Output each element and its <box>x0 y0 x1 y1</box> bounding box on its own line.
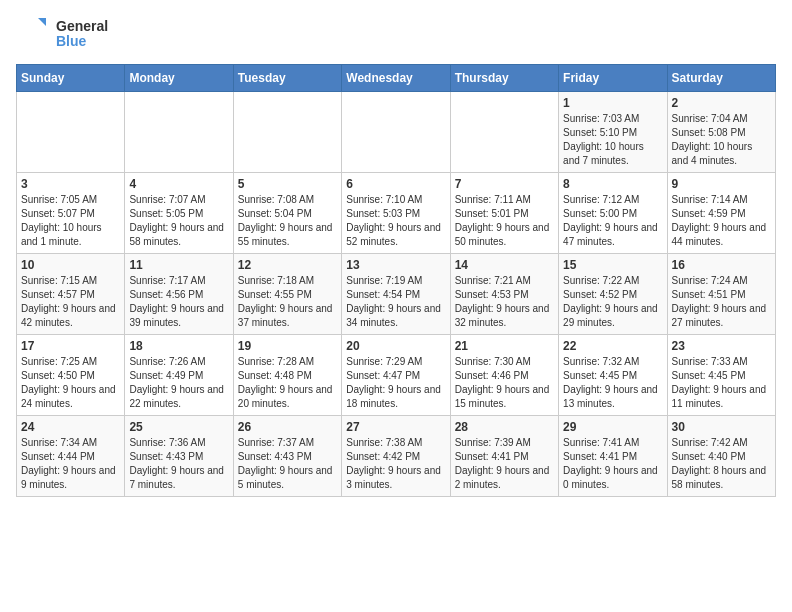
header: General Blue <box>16 16 776 52</box>
day-info: Sunrise: 7:14 AM Sunset: 4:59 PM Dayligh… <box>672 193 771 249</box>
calendar-cell <box>125 92 233 173</box>
day-info: Sunrise: 7:42 AM Sunset: 4:40 PM Dayligh… <box>672 436 771 492</box>
calendar-cell: 10Sunrise: 7:15 AM Sunset: 4:57 PM Dayli… <box>17 254 125 335</box>
day-info: Sunrise: 7:12 AM Sunset: 5:00 PM Dayligh… <box>563 193 662 249</box>
calendar-cell: 14Sunrise: 7:21 AM Sunset: 4:53 PM Dayli… <box>450 254 558 335</box>
day-number: 7 <box>455 177 554 191</box>
day-number: 6 <box>346 177 445 191</box>
day-info: Sunrise: 7:19 AM Sunset: 4:54 PM Dayligh… <box>346 274 445 330</box>
calendar-week-2: 3Sunrise: 7:05 AM Sunset: 5:07 PM Daylig… <box>17 173 776 254</box>
calendar-cell <box>17 92 125 173</box>
day-number: 16 <box>672 258 771 272</box>
calendar-cell: 16Sunrise: 7:24 AM Sunset: 4:51 PM Dayli… <box>667 254 775 335</box>
day-number: 8 <box>563 177 662 191</box>
calendar-week-3: 10Sunrise: 7:15 AM Sunset: 4:57 PM Dayli… <box>17 254 776 335</box>
day-number: 28 <box>455 420 554 434</box>
day-info: Sunrise: 7:18 AM Sunset: 4:55 PM Dayligh… <box>238 274 337 330</box>
calendar-cell: 25Sunrise: 7:36 AM Sunset: 4:43 PM Dayli… <box>125 416 233 497</box>
day-info: Sunrise: 7:28 AM Sunset: 4:48 PM Dayligh… <box>238 355 337 411</box>
day-info: Sunrise: 7:15 AM Sunset: 4:57 PM Dayligh… <box>21 274 120 330</box>
calendar-cell: 1Sunrise: 7:03 AM Sunset: 5:10 PM Daylig… <box>559 92 667 173</box>
calendar-cell: 22Sunrise: 7:32 AM Sunset: 4:45 PM Dayli… <box>559 335 667 416</box>
day-info: Sunrise: 7:08 AM Sunset: 5:04 PM Dayligh… <box>238 193 337 249</box>
day-info: Sunrise: 7:10 AM Sunset: 5:03 PM Dayligh… <box>346 193 445 249</box>
day-info: Sunrise: 7:05 AM Sunset: 5:07 PM Dayligh… <box>21 193 120 249</box>
day-info: Sunrise: 7:22 AM Sunset: 4:52 PM Dayligh… <box>563 274 662 330</box>
day-info: Sunrise: 7:38 AM Sunset: 4:42 PM Dayligh… <box>346 436 445 492</box>
day-info: Sunrise: 7:17 AM Sunset: 4:56 PM Dayligh… <box>129 274 228 330</box>
calendar-header-thursday: Thursday <box>450 65 558 92</box>
day-info: Sunrise: 7:41 AM Sunset: 4:41 PM Dayligh… <box>563 436 662 492</box>
calendar-header-friday: Friday <box>559 65 667 92</box>
day-number: 14 <box>455 258 554 272</box>
day-info: Sunrise: 7:37 AM Sunset: 4:43 PM Dayligh… <box>238 436 337 492</box>
day-info: Sunrise: 7:30 AM Sunset: 4:46 PM Dayligh… <box>455 355 554 411</box>
day-number: 12 <box>238 258 337 272</box>
day-info: Sunrise: 7:39 AM Sunset: 4:41 PM Dayligh… <box>455 436 554 492</box>
logo: General Blue <box>16 16 108 52</box>
day-info: Sunrise: 7:21 AM Sunset: 4:53 PM Dayligh… <box>455 274 554 330</box>
day-info: Sunrise: 7:11 AM Sunset: 5:01 PM Dayligh… <box>455 193 554 249</box>
calendar-cell: 30Sunrise: 7:42 AM Sunset: 4:40 PM Dayli… <box>667 416 775 497</box>
calendar-cell: 6Sunrise: 7:10 AM Sunset: 5:03 PM Daylig… <box>342 173 450 254</box>
day-info: Sunrise: 7:25 AM Sunset: 4:50 PM Dayligh… <box>21 355 120 411</box>
day-number: 21 <box>455 339 554 353</box>
calendar-week-5: 24Sunrise: 7:34 AM Sunset: 4:44 PM Dayli… <box>17 416 776 497</box>
calendar-cell: 20Sunrise: 7:29 AM Sunset: 4:47 PM Dayli… <box>342 335 450 416</box>
day-number: 20 <box>346 339 445 353</box>
calendar-cell: 19Sunrise: 7:28 AM Sunset: 4:48 PM Dayli… <box>233 335 341 416</box>
calendar-cell: 5Sunrise: 7:08 AM Sunset: 5:04 PM Daylig… <box>233 173 341 254</box>
calendar-cell: 23Sunrise: 7:33 AM Sunset: 4:45 PM Dayli… <box>667 335 775 416</box>
calendar-cell: 17Sunrise: 7:25 AM Sunset: 4:50 PM Dayli… <box>17 335 125 416</box>
logo-general-text: General <box>56 19 108 34</box>
calendar-cell: 29Sunrise: 7:41 AM Sunset: 4:41 PM Dayli… <box>559 416 667 497</box>
calendar-header-sunday: Sunday <box>17 65 125 92</box>
day-number: 15 <box>563 258 662 272</box>
calendar-cell: 26Sunrise: 7:37 AM Sunset: 4:43 PM Dayli… <box>233 416 341 497</box>
day-number: 13 <box>346 258 445 272</box>
calendar-week-4: 17Sunrise: 7:25 AM Sunset: 4:50 PM Dayli… <box>17 335 776 416</box>
calendar-header-tuesday: Tuesday <box>233 65 341 92</box>
day-number: 3 <box>21 177 120 191</box>
calendar-cell: 3Sunrise: 7:05 AM Sunset: 5:07 PM Daylig… <box>17 173 125 254</box>
day-number: 30 <box>672 420 771 434</box>
day-info: Sunrise: 7:29 AM Sunset: 4:47 PM Dayligh… <box>346 355 445 411</box>
day-number: 25 <box>129 420 228 434</box>
day-number: 9 <box>672 177 771 191</box>
calendar-header-row: SundayMondayTuesdayWednesdayThursdayFrid… <box>17 65 776 92</box>
day-number: 23 <box>672 339 771 353</box>
calendar-cell: 24Sunrise: 7:34 AM Sunset: 4:44 PM Dayli… <box>17 416 125 497</box>
day-number: 1 <box>563 96 662 110</box>
calendar-cell: 28Sunrise: 7:39 AM Sunset: 4:41 PM Dayli… <box>450 416 558 497</box>
day-number: 22 <box>563 339 662 353</box>
calendar-cell: 12Sunrise: 7:18 AM Sunset: 4:55 PM Dayli… <box>233 254 341 335</box>
day-info: Sunrise: 7:07 AM Sunset: 5:05 PM Dayligh… <box>129 193 228 249</box>
day-number: 19 <box>238 339 337 353</box>
day-info: Sunrise: 7:04 AM Sunset: 5:08 PM Dayligh… <box>672 112 771 168</box>
day-number: 24 <box>21 420 120 434</box>
calendar-body: 1Sunrise: 7:03 AM Sunset: 5:10 PM Daylig… <box>17 92 776 497</box>
day-number: 27 <box>346 420 445 434</box>
day-number: 26 <box>238 420 337 434</box>
day-number: 4 <box>129 177 228 191</box>
day-number: 11 <box>129 258 228 272</box>
calendar-header-saturday: Saturday <box>667 65 775 92</box>
svg-marker-1 <box>38 18 46 26</box>
calendar-cell: 13Sunrise: 7:19 AM Sunset: 4:54 PM Dayli… <box>342 254 450 335</box>
day-info: Sunrise: 7:03 AM Sunset: 5:10 PM Dayligh… <box>563 112 662 168</box>
day-number: 18 <box>129 339 228 353</box>
svg-rect-2 <box>16 16 38 34</box>
logo-svg <box>16 16 52 52</box>
day-info: Sunrise: 7:34 AM Sunset: 4:44 PM Dayligh… <box>21 436 120 492</box>
calendar-cell: 7Sunrise: 7:11 AM Sunset: 5:01 PM Daylig… <box>450 173 558 254</box>
calendar-cell: 15Sunrise: 7:22 AM Sunset: 4:52 PM Dayli… <box>559 254 667 335</box>
day-info: Sunrise: 7:36 AM Sunset: 4:43 PM Dayligh… <box>129 436 228 492</box>
day-info: Sunrise: 7:24 AM Sunset: 4:51 PM Dayligh… <box>672 274 771 330</box>
calendar-cell: 21Sunrise: 7:30 AM Sunset: 4:46 PM Dayli… <box>450 335 558 416</box>
calendar-cell <box>342 92 450 173</box>
calendar-cell: 9Sunrise: 7:14 AM Sunset: 4:59 PM Daylig… <box>667 173 775 254</box>
calendar-header-wednesday: Wednesday <box>342 65 450 92</box>
calendar-table: SundayMondayTuesdayWednesdayThursdayFrid… <box>16 64 776 497</box>
logo-text: General Blue <box>56 19 108 50</box>
day-number: 5 <box>238 177 337 191</box>
